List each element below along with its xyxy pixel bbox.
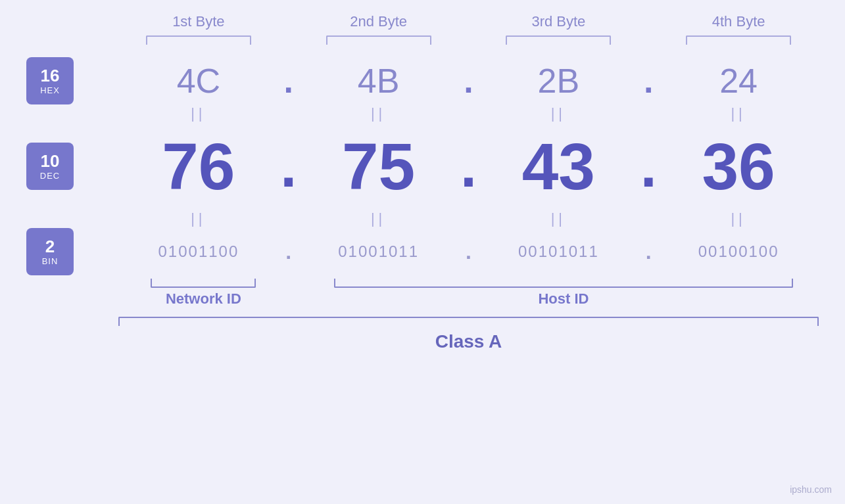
bracket-cell-3	[479, 35, 639, 45]
dec-val-4: 36	[658, 129, 819, 204]
hex-val-2: 4B	[299, 61, 459, 101]
dec-val-3: 43	[479, 129, 639, 204]
id-labels-row: Network ID Host ID	[26, 290, 819, 308]
equals-cells-2: || || || ||	[118, 210, 819, 227]
bin-badge: 2 BIN	[26, 228, 74, 275]
bin-row: 2 BIN 01001100 . 01001011 . 00101011 . 0…	[26, 229, 819, 275]
byte-headers: 1st Byte 2nd Byte 3rd Byte 4th Byte	[26, 13, 819, 30]
bottom-brackets-row	[26, 279, 819, 288]
bin-val-3: 00101011	[479, 242, 639, 261]
equals-row-2: || || || ||	[26, 209, 819, 229]
hex-dot-2: .	[459, 61, 479, 101]
hex-byte-cells: 4C . 4B . 2B . 24	[118, 61, 819, 101]
host-id-label: Host ID	[308, 290, 819, 308]
bin-dot-1: .	[279, 240, 299, 264]
top-bracket-1	[146, 35, 251, 45]
dec-label-cell: 10 DEC	[26, 143, 118, 190]
dec-val-2: 75	[299, 129, 459, 204]
hex-row: 16 HEX 4C . 4B . 2B . 24	[26, 58, 819, 104]
top-brackets	[26, 35, 819, 45]
hex-val-4: 24	[658, 61, 819, 101]
dec-dot-1: .	[279, 133, 299, 200]
dec-val-1: 76	[118, 129, 279, 204]
bin-byte-cells: 01001100 . 01001011 . 00101011 . 0010010…	[118, 240, 819, 264]
header-byte1: 1st Byte	[118, 13, 279, 30]
eq1-3: ||	[479, 105, 639, 122]
hex-badge: 16 HEX	[26, 57, 74, 104]
hex-dot-1: .	[279, 61, 299, 101]
host-bracket	[334, 279, 794, 288]
dec-dot-2: .	[459, 133, 479, 200]
eq1-2: ||	[299, 105, 459, 122]
class-bracket	[118, 317, 819, 326]
dec-row: 10 DEC 76 . 75 . 43 . 36	[26, 124, 819, 209]
hex-dot-3: .	[639, 61, 658, 101]
network-id-label: Network ID	[118, 290, 289, 308]
bracket-cell-1	[118, 35, 279, 45]
bin-dot-2: .	[459, 240, 479, 264]
host-bracket-cell	[308, 279, 819, 288]
eq2-4: ||	[658, 210, 819, 227]
bracket-cell-4	[658, 35, 819, 45]
eq2-2: ||	[299, 210, 459, 227]
top-bracket-2	[326, 35, 431, 45]
header-byte3: 3rd Byte	[479, 13, 639, 30]
top-bracket-4	[686, 35, 791, 45]
class-label: Class A	[435, 331, 502, 352]
bin-dot-3: .	[639, 240, 658, 264]
equals-cells-1: || || || ||	[118, 105, 819, 122]
hex-val-3: 2B	[479, 61, 639, 101]
eq2-1: ||	[118, 210, 279, 227]
bin-val-4: 00100100	[658, 242, 819, 261]
header-byte4: 4th Byte	[658, 13, 819, 30]
hex-label-cell: 16 HEX	[26, 57, 118, 104]
net-bracket	[151, 279, 256, 288]
equals-row-1: || || || ||	[26, 104, 819, 124]
dec-badge: 10 DEC	[26, 143, 74, 190]
class-section: Class A	[26, 317, 819, 352]
dec-badge-label: DEC	[40, 171, 60, 181]
hex-val-1: 4C	[118, 61, 279, 101]
bin-val-1: 01001100	[118, 242, 279, 261]
class-label-row: Class A	[118, 331, 819, 352]
dec-byte-cells: 76 . 75 . 43 . 36	[118, 129, 819, 204]
bin-badge-label: BIN	[42, 256, 59, 266]
hex-badge-number: 16	[41, 66, 60, 85]
dec-badge-number: 10	[41, 152, 60, 171]
top-bracket-3	[506, 35, 611, 45]
watermark: ipshu.com	[790, 484, 832, 495]
header-byte2: 2nd Byte	[299, 13, 459, 30]
bracket-cell-2	[299, 35, 459, 45]
eq1-4: ||	[658, 105, 819, 122]
bin-badge-number: 2	[45, 237, 55, 256]
eq2-3: ||	[479, 210, 639, 227]
bin-label-cell: 2 BIN	[26, 228, 118, 275]
hex-badge-label: HEX	[40, 85, 60, 95]
bin-val-2: 01001011	[299, 242, 459, 261]
net-bracket-cell	[118, 279, 289, 288]
dec-dot-3: .	[639, 133, 658, 200]
eq1-1: ||	[118, 105, 279, 122]
main-container: 1st Byte 2nd Byte 3rd Byte 4th Byte 16 H…	[0, 0, 845, 504]
